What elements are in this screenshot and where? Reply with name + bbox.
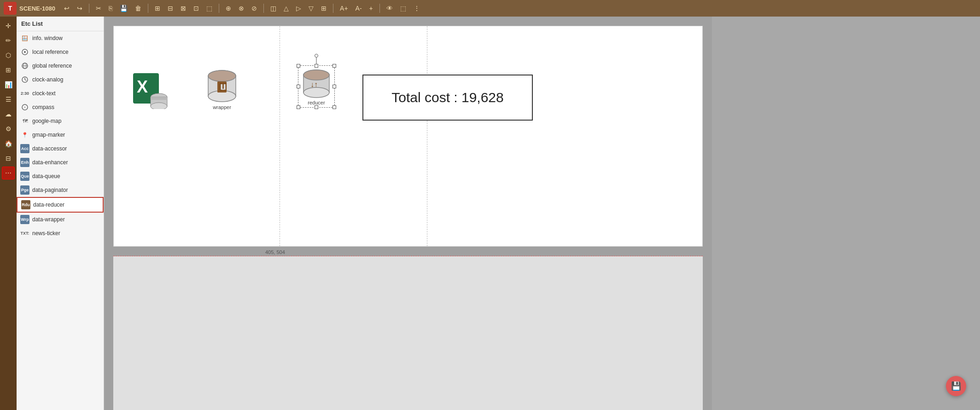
svg-text:X: X [137, 77, 148, 96]
group-button[interactable]: ⊡ [191, 4, 201, 13]
sidebar-item-clock-text[interactable]: 2:30 clock-text [17, 87, 104, 100]
data-reducer-icon: Rdu [21, 200, 30, 209]
toolbar-separator-6 [379, 4, 380, 13]
more-button[interactable]: ⋮ [411, 4, 422, 13]
left-iconbar: ✛ ✏ ⬡ ⊞ 📊 ☰ ☁ ⚙ 🏠 ⊟ ⋯ [0, 17, 17, 410]
top-handle-circle [315, 54, 318, 58]
news-ticker-label: news-ticker [32, 230, 60, 237]
handle-br [332, 105, 336, 109]
transform-button[interactable]: ◫ [268, 4, 279, 13]
redo-button[interactable]: ↪ [75, 4, 85, 13]
panel-tool-button[interactable]: ⊟ [2, 152, 15, 165]
edit-tool-button[interactable]: ✏ [2, 34, 15, 47]
svg-line-7 [25, 80, 26, 81]
toolbar-separator-1 [89, 4, 89, 13]
wrapper-label: wrapper [213, 104, 231, 110]
svg-point-9 [24, 107, 25, 108]
text-smaller-button[interactable]: A- [353, 4, 364, 13]
cost-label: Total cost : 19,628 [391, 90, 504, 105]
compass-icon [20, 103, 29, 112]
distribute-button[interactable]: ⊠ [178, 4, 188, 13]
handle-bl [297, 105, 300, 109]
sidebar-item-info-window[interactable]: 🪟 info. window [17, 31, 104, 45]
settings-tool-button[interactable]: ⚙ [2, 122, 15, 135]
clock-text-label: clock-text [32, 90, 56, 97]
sidebar-item-gmap-marker[interactable]: 📍 gmap-marker [17, 128, 104, 142]
save-button[interactable]: 💾 [117, 4, 130, 13]
app-logo[interactable]: T [4, 2, 17, 15]
list-tool-button[interactable]: ☰ [2, 93, 15, 106]
data-enhancer-icon: Enh [20, 158, 29, 167]
sidebar-header: Etc List [17, 17, 104, 31]
cloud-tool-button[interactable]: ☁ [2, 108, 15, 121]
sidebar-item-data-wrapper[interactable]: Wrp data-wrapper [17, 213, 104, 226]
svg-point-15 [151, 103, 167, 109]
clock-text-icon: 2:30 [20, 89, 29, 98]
cut-button[interactable]: ✂ [93, 4, 104, 13]
play-button[interactable]: ▷ [294, 4, 303, 13]
sidebar-panel: Etc List 🪟 info. window local reference … [17, 17, 104, 410]
gmap-marker-icon: 📍 [20, 130, 29, 139]
gmap-marker-label: gmap-marker [32, 132, 65, 138]
zoom-button[interactable]: ⊕ [223, 4, 233, 13]
google-map-icon: 🗺 [20, 116, 29, 126]
zoom-out-button[interactable]: ⊗ [236, 4, 246, 13]
coordinates-label: 405, 504 [265, 249, 285, 255]
undo-button[interactable]: ↩ [62, 4, 72, 13]
svg-point-19 [208, 70, 236, 81]
sidebar-item-clock-analog[interactable]: clock-analog [17, 73, 104, 87]
mirror-h-button[interactable]: ⊞ [319, 4, 329, 13]
preview-button[interactable]: 👁 [384, 4, 395, 13]
home-tool-button[interactable]: 🏠 [2, 137, 15, 150]
local-reference-icon [20, 47, 29, 57]
add-tool-button[interactable]: ✛ [2, 19, 15, 32]
save-fab-button[interactable]: 💾 [946, 376, 966, 396]
canvas-area[interactable]: X [104, 17, 980, 410]
add-button[interactable]: + [367, 4, 375, 13]
sidebar-item-data-enhancer[interactable]: Enh data-enhancer [17, 156, 104, 169]
mirror-v-button[interactable]: ▽ [306, 4, 316, 13]
handle-tr [332, 64, 336, 68]
grid-button[interactable]: ⊞ [152, 4, 163, 13]
shape-button[interactable]: △ [281, 4, 291, 13]
scene-title: SCENE-1080 [19, 5, 55, 12]
clock-analog-icon [20, 75, 29, 84]
layout-button[interactable]: ⬚ [204, 4, 215, 13]
top-toolbar: T SCENE-1080 ↩ ↪ ✂ ⎘ 💾 🗑 ⊞ ⊟ ⊠ ⊡ ⬚ ⊕ ⊗ ⊘… [0, 0, 980, 17]
clock-analog-label: clock-analog [32, 76, 63, 83]
screen-button[interactable]: ⬚ [398, 4, 408, 13]
align-button[interactable]: ⊟ [165, 4, 175, 13]
delete-button[interactable]: 🗑 [133, 4, 144, 13]
info-window-label: info. window [32, 35, 63, 41]
handle-ml [297, 85, 300, 88]
main-area: ✛ ✏ ⬡ ⊞ 📊 ☰ ☁ ⚙ 🏠 ⊟ ⋯ Etc List 🪟 info. w… [0, 17, 980, 410]
sidebar-item-data-reducer[interactable]: Rdu data-reducer [17, 197, 104, 213]
svg-point-1 [24, 51, 26, 53]
excel-component[interactable]: X [132, 72, 169, 111]
sidebar-item-data-accessor[interactable]: Acc data-accessor [17, 142, 104, 156]
data-enhancer-label: data-enhancer [32, 159, 68, 166]
wrapper-component[interactable]: [I] wrapper [204, 68, 240, 110]
handle-bc [315, 105, 318, 109]
chart-tool-button[interactable]: 📊 [2, 78, 15, 91]
sidebar-item-local-reference[interactable]: local reference [17, 45, 104, 59]
reducer-component[interactable]: ↓↑ reducer [298, 65, 335, 108]
sidebar-item-google-map[interactable]: 🗺 google-map [17, 114, 104, 128]
grid-tool-button[interactable]: ⊞ [2, 64, 15, 76]
shape-tool-button[interactable]: ⬡ [2, 49, 15, 62]
data-wrapper-icon: Wrp [20, 215, 29, 224]
reducer-icon: ↓↑ [300, 68, 332, 100]
canvas-right-bg [712, 17, 980, 410]
global-reference-icon [20, 61, 29, 70]
sidebar-item-global-reference[interactable]: global reference [17, 59, 104, 73]
news-ticker-icon: TXT: [20, 229, 29, 238]
fit-button[interactable]: ⊘ [249, 4, 259, 13]
text-larger-button[interactable]: A+ [338, 4, 350, 13]
canvas-page: X [113, 26, 703, 247]
sidebar-item-data-queue[interactable]: Que data-queue [17, 169, 104, 183]
sidebar-item-compass[interactable]: compass [17, 100, 104, 114]
more-tool-button[interactable]: ⋯ [2, 167, 15, 179]
sidebar-item-data-paginator[interactable]: Pge data-paginator [17, 183, 104, 197]
sidebar-item-news-ticker[interactable]: TXT: news-ticker [17, 226, 104, 240]
copy-button[interactable]: ⎘ [106, 4, 115, 13]
